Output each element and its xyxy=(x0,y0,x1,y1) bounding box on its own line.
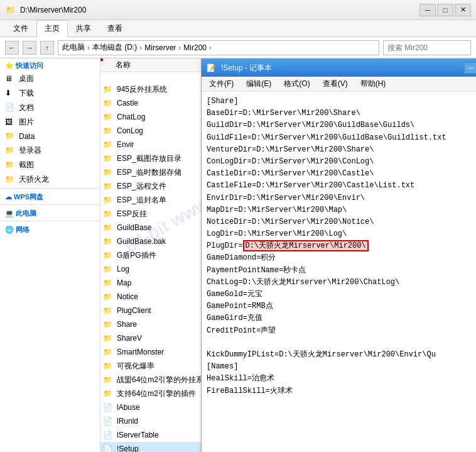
sidebar-item-tianlong[interactable]: 📁 天骄火龙 xyxy=(0,172,100,187)
notepad-icon: 📝 xyxy=(207,63,216,72)
sidebar: ⭐ 快速访问 🖥 桌面 ⬇ 下载 📄 文档 🖼 图片 📁 Data 📁 登录器 … xyxy=(0,58,100,452)
title-bar-path: D:\Mirserver\Mir200 xyxy=(20,6,86,14)
minimize-button[interactable]: ─ xyxy=(419,4,436,16)
folder-icon: 📁 xyxy=(103,278,114,287)
breadcrumb-computer: 此电脑 xyxy=(62,42,85,53)
file-icon: 📄 xyxy=(103,444,114,452)
notepad-window: 📝 !Setup - 记事本 ─ □ ✕ 文件(F) 编辑(E) 格式(O) 查… xyxy=(201,58,476,452)
folder-icon: 📁 xyxy=(103,348,114,356)
folder-icon: 📁 xyxy=(103,306,114,315)
tab-home[interactable]: 主页 xyxy=(36,20,68,37)
forward-button[interactable]: → xyxy=(23,41,36,55)
notepad-minimize[interactable]: ─ xyxy=(464,62,476,74)
sidebar-item-data[interactable]: 📁 Data xyxy=(0,130,100,143)
folder-icon: 📁 xyxy=(103,251,114,260)
notepad-content[interactable]: [Share] BaseDir=D:\MirServer\Mir200\Shar… xyxy=(202,92,476,452)
back-button[interactable]: ← xyxy=(5,41,19,55)
docs-icon: 📄 xyxy=(5,103,15,113)
tab-share[interactable]: 共享 xyxy=(68,20,99,36)
folder-icon: 📁 xyxy=(103,375,114,384)
title-bar: 📁 D:\Mirserver\Mir200 ─ □ ✕ xyxy=(0,0,476,20)
address-path[interactable]: 此电脑 › 本地磁盘 (D:) › Mirserver › Mir200 › xyxy=(58,40,379,55)
folder-data-icon: 📁 xyxy=(5,131,15,141)
window-controls: ─ □ ✕ xyxy=(419,4,471,16)
window-icon: 📁 xyxy=(5,5,15,15)
highlight-plug-dir: D:\天骄火龙Mirserver\Mir200\ xyxy=(243,240,369,251)
folder-icon: 📁 xyxy=(103,85,114,94)
file-icon: 📄 xyxy=(103,417,114,426)
sidebar-divider3 xyxy=(0,221,100,221)
menu-view[interactable]: 查看(V) xyxy=(318,77,353,91)
menu-format[interactable]: 格式(O) xyxy=(279,77,315,91)
notepad-title-bar: 📝 !Setup - 记事本 ─ □ ✕ xyxy=(202,59,476,77)
maximize-button[interactable]: □ xyxy=(437,4,453,16)
breadcrumb-mir200: Mir200 xyxy=(183,43,207,52)
up-button[interactable]: ↑ xyxy=(40,41,54,55)
file-icon: 📄 xyxy=(103,431,114,439)
folder-icon: 📁 xyxy=(103,237,114,246)
address-bar: ← → ↑ 此电脑 › 本地磁盘 (D:) › Mirserver › Mir2… xyxy=(0,37,476,58)
sidebar-divider1 xyxy=(0,188,100,189)
folder-icon: 📁 xyxy=(103,265,114,273)
notepad-menu: 文件(F) 编辑(E) 格式(O) 查看(V) 帮助(H) xyxy=(202,77,476,92)
tab-view[interactable]: 查看 xyxy=(99,20,131,36)
file-area: 名称 修改日期 类型 大小 ▲ 📁945反外挂系统2021/9/8 星期三 12… xyxy=(100,58,476,452)
sidebar-network[interactable]: 🌐 网络 xyxy=(0,223,100,236)
sidebar-item-pics[interactable]: 🖼 图片 xyxy=(0,115,100,130)
folder-icon: 📁 xyxy=(103,99,114,107)
folder-tianlong-icon: 📁 xyxy=(5,175,15,185)
folder-icon: 📁 xyxy=(103,126,114,135)
menu-edit[interactable]: 编辑(E) xyxy=(241,77,276,91)
sidebar-item-docs[interactable]: 📄 文档 xyxy=(0,101,100,115)
folder-icon: 📁 xyxy=(103,292,114,301)
folder-launcher-icon: 📁 xyxy=(5,146,15,156)
tab-file[interactable]: 文件 xyxy=(5,20,36,36)
sidebar-item-launcher[interactable]: 📁 登录器 xyxy=(0,143,100,158)
folder-icon: 📁 xyxy=(103,168,114,177)
menu-file[interactable]: 文件(F) xyxy=(204,77,239,91)
folder-icon: 📁 xyxy=(103,334,114,343)
sidebar-item-screenshot[interactable]: 📁 截图 xyxy=(0,158,100,172)
pics-icon: 🖼 xyxy=(5,118,15,128)
folder-screenshot-icon: 📁 xyxy=(5,160,15,170)
sidebar-wps[interactable]: ☁ WPS网盘 xyxy=(0,190,100,203)
title-bar-icons: 📁 xyxy=(5,5,15,15)
folder-icon: 📁 xyxy=(103,361,114,370)
sidebar-pc[interactable]: 💻 此电脑 xyxy=(0,206,100,219)
sidebar-divider2 xyxy=(0,204,100,205)
folder-icon: 📁 xyxy=(103,196,114,204)
main-layout: ⭐ 快速访问 🖥 桌面 ⬇ 下载 📄 文档 🖼 图片 📁 Data 📁 登录器 … xyxy=(0,58,476,452)
folder-icon: 📁 xyxy=(103,182,114,190)
sidebar-quick-access[interactable]: ⭐ 快速访问 xyxy=(0,58,100,72)
notepad-title-text: !Setup - 记事本 xyxy=(221,63,459,74)
folder-icon: 📁 xyxy=(103,113,114,121)
file-icon: 📄 xyxy=(103,403,114,412)
ribbon-tabs: 文件 主页 共享 查看 xyxy=(0,20,476,36)
folder-icon: 📁 xyxy=(103,209,114,218)
folder-icon: 📁 xyxy=(103,140,114,149)
close-button[interactable]: ✕ xyxy=(455,4,471,16)
breadcrumb-drive: 本地磁盘 (D:) xyxy=(92,42,137,53)
download-icon: ⬇ xyxy=(5,89,15,99)
search-input[interactable] xyxy=(383,40,471,55)
sidebar-item-desktop[interactable]: 🖥 桌面 xyxy=(0,72,100,86)
desktop-icon: 🖥 xyxy=(5,74,15,84)
folder-icon: 📁 xyxy=(103,320,114,329)
folder-icon: 📁 xyxy=(103,223,114,232)
menu-help[interactable]: 帮助(H) xyxy=(355,77,391,91)
folder-icon: 📁 xyxy=(103,154,114,163)
folder-icon: 📁 xyxy=(103,389,114,398)
ribbon: 文件 主页 共享 查看 xyxy=(0,20,476,37)
sidebar-item-download[interactable]: ⬇ 下载 xyxy=(0,86,100,101)
breadcrumb-mirserver: Mirserver xyxy=(144,43,176,52)
